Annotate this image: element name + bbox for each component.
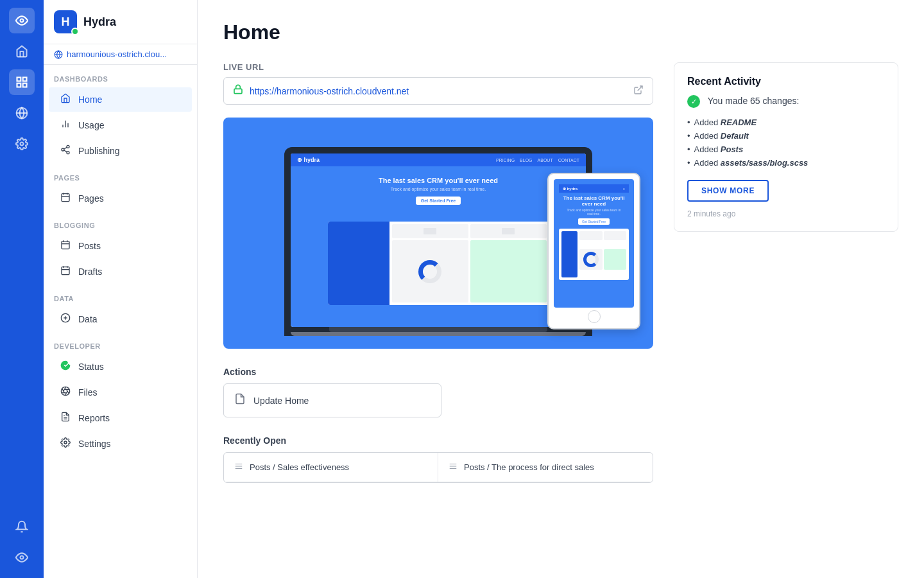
recently-open-grid: Posts / Sales effectiveness Posts / The …	[223, 452, 653, 483]
activity-item-1: Added README	[687, 116, 885, 129]
activity-item-3: Added Posts	[687, 143, 885, 156]
posts-icon	[59, 240, 72, 252]
page-title: Home	[223, 21, 898, 44]
svg-rect-23	[62, 241, 69, 249]
recent-item-1-label: Posts / Sales effectiveness	[250, 462, 349, 472]
svg-point-14	[67, 145, 69, 148]
data-icon	[59, 313, 72, 326]
activity-title: Recent Activity	[687, 76, 885, 87]
sidebar-item-home[interactable]: Home	[49, 87, 192, 112]
activity-list: Added README Added Default Added Posts A…	[687, 116, 885, 170]
svg-rect-3	[17, 83, 21, 87]
logo-badge	[71, 28, 79, 35]
bar-chart-icon	[59, 119, 72, 132]
live-url-label: Live URL	[223, 62, 653, 72]
app-logo[interactable]: H	[54, 10, 77, 33]
globe-small-icon	[54, 50, 63, 59]
user-avatar-btn[interactable]	[9, 545, 35, 570]
recently-open-heading: Recently Open	[223, 435, 653, 446]
sidebar-item-settings-label: Settings	[78, 439, 111, 449]
svg-point-15	[62, 148, 64, 151]
site-preview: ⊕ hydra PRICING BLOG ABOUT CONTACT	[223, 118, 653, 349]
activity-panel: Recent Activity ✓ You made 65 changes: A…	[674, 62, 898, 232]
sidebar-item-pages-label: Pages	[78, 193, 104, 204]
drafts-icon	[59, 265, 72, 278]
sidebar-item-drafts[interactable]: Drafts	[49, 259, 192, 284]
sidebar-item-data-label: Data	[78, 314, 98, 324]
sidebar-item-posts[interactable]: Posts	[49, 234, 192, 258]
recent-item-2-label: Posts / The process for direct sales	[464, 462, 594, 472]
app-name: Hydra	[83, 15, 116, 29]
svg-line-18	[64, 147, 67, 149]
files-icon	[59, 386, 72, 399]
update-icon	[234, 393, 246, 408]
pages-icon	[59, 192, 72, 205]
lock-icon	[233, 84, 243, 98]
settings-icon-btn[interactable]	[9, 131, 35, 157]
sidebar-item-publishing[interactable]: Publishing	[49, 139, 192, 163]
actions-heading: Actions	[223, 367, 653, 377]
sidebar-item-status[interactable]: Status	[49, 355, 192, 379]
url-bar[interactable]: https://harmonious-ostrich.cloudvent.net	[223, 77, 653, 105]
sidebar-item-settings[interactable]: Settings	[49, 432, 192, 456]
svg-point-7	[21, 143, 24, 146]
recently-open-section: Recently Open Posts / Sales effectivenes…	[223, 435, 653, 483]
tablet-mockup: ⊕ hydra ≡ The last sales CRM you'll ever…	[547, 173, 640, 329]
tablet-home-btn	[588, 310, 601, 323]
svg-rect-44	[234, 89, 242, 93]
grid-icon-btn[interactable]	[9, 69, 35, 95]
svg-line-17	[64, 150, 67, 152]
home-icon-btn[interactable]	[9, 39, 35, 64]
globe-icon-btn[interactable]	[9, 100, 35, 126]
svg-point-8	[21, 556, 24, 559]
svg-line-45	[638, 86, 642, 91]
svg-point-43	[64, 441, 67, 444]
sidebar: H Hydra harmounious-ostrich.clou... DASH…	[44, 0, 198, 578]
sidebar-item-status-label: Status	[78, 362, 104, 372]
update-home-action[interactable]: Update Home	[223, 383, 441, 417]
activity-summary-text: You made 65 changes:	[708, 96, 800, 106]
reports-icon	[59, 412, 72, 425]
site-url-text: harmounious-ostrich.clou...	[67, 49, 167, 59]
show-more-button[interactable]: SHOW MORE	[687, 180, 769, 202]
section-label-developer: DEVELOPER	[44, 332, 197, 354]
sidebar-item-reports[interactable]: Reports	[49, 406, 192, 430]
sidebar-item-files-label: Files	[78, 387, 98, 398]
main-content: Home Live URL https://harmonious-ostrich…	[198, 0, 924, 578]
recent-icon-2	[449, 462, 458, 473]
sidebar-item-reports-label: Reports	[78, 413, 110, 423]
activity-time: 2 minutes ago	[687, 209, 885, 218]
sidebar-item-pages[interactable]: Pages	[49, 186, 192, 211]
activity-item-2: Added Default	[687, 129, 885, 143]
svg-rect-27	[62, 267, 69, 275]
activity-summary: ✓ You made 65 changes:	[687, 95, 885, 108]
bell-icon-btn[interactable]	[9, 514, 35, 539]
sidebar-item-usage-label: Usage	[78, 120, 104, 130]
sidebar-header: H Hydra	[44, 0, 197, 44]
external-link-icon[interactable]	[633, 85, 644, 98]
eye-icon-btn[interactable]	[9, 8, 35, 33]
sidebar-item-publishing-label: Publishing	[78, 146, 120, 156]
svg-point-16	[67, 152, 69, 154]
publishing-icon	[59, 144, 72, 157]
section-label-data: DATA	[44, 285, 197, 306]
sidebar-item-files[interactable]: Files	[49, 380, 192, 405]
site-url[interactable]: harmounious-ostrich.clou...	[44, 44, 197, 65]
recent-item-1[interactable]: Posts / Sales effectiveness	[224, 453, 438, 482]
main-right-col: Recent Activity ✓ You made 65 changes: A…	[674, 62, 898, 483]
sidebar-item-posts-label: Posts	[78, 241, 101, 251]
update-home-label: Update Home	[253, 396, 309, 406]
recent-item-2[interactable]: Posts / The process for direct sales	[438, 453, 653, 482]
svg-point-0	[21, 19, 24, 22]
svg-rect-19	[62, 194, 69, 202]
sidebar-item-data[interactable]: Data	[49, 307, 192, 331]
settings-small-icon	[59, 437, 72, 450]
section-label-dashboards: DASHBOARDS	[44, 65, 197, 87]
actions-section: Actions Update Home	[223, 367, 653, 417]
section-label-pages: PAGES	[44, 164, 197, 186]
sidebar-item-usage[interactable]: Usage	[49, 113, 192, 137]
activity-item-4: Added assets/sass/blog.scss	[687, 156, 885, 170]
url-text: https://harmonious-ostrich.cloudvent.net	[250, 86, 627, 96]
activity-check-icon: ✓	[687, 95, 700, 108]
section-label-blogging: BLOGGING	[44, 211, 197, 233]
